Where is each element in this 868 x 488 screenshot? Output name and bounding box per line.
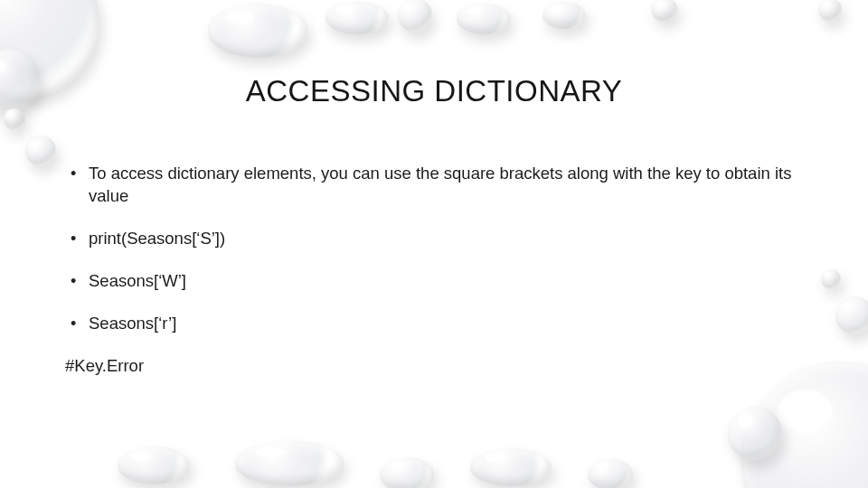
slide: ACCESSING DICTIONARY To access dictionar…: [0, 0, 868, 488]
bullet-item: print(Seasons[‘S’]): [65, 228, 803, 250]
bullet-item: Seasons[‘W’]: [65, 270, 803, 293]
slide-title: ACCESSING DICTIONARY: [0, 0, 868, 108]
slide-body: To access dictionary elements, you can u…: [65, 163, 803, 378]
bullet-item: To access dictionary elements, you can u…: [65, 163, 803, 208]
bullet-list: To access dictionary elements, you can u…: [65, 163, 803, 335]
bullet-item: Seasons[‘r’]: [65, 313, 803, 335]
error-note: #Key.Error: [65, 355, 803, 378]
